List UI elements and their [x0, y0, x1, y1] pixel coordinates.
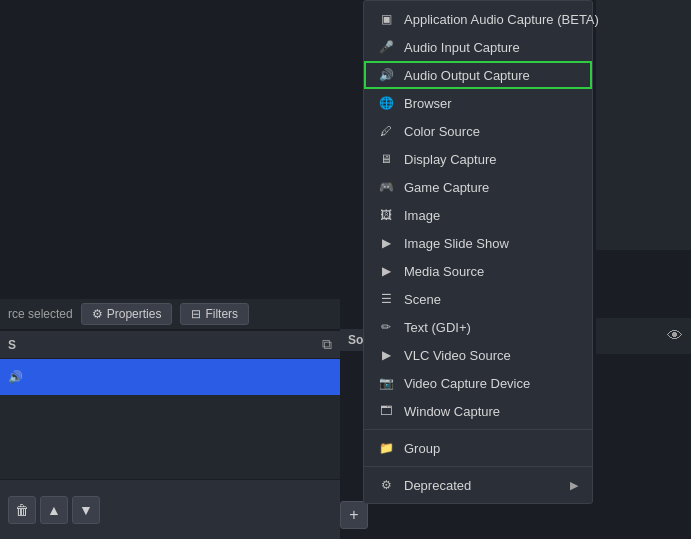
menu-item-audio-output-capture[interactable]: 🔊Audio Output Capture [364, 61, 592, 89]
image-icon: 🖼 [378, 207, 394, 223]
eye-icon-panel: 👁 [596, 318, 691, 354]
browser-icon: 🌐 [378, 95, 394, 111]
menu-item-game-capture[interactable]: 🎮Game Capture [364, 173, 592, 201]
menu-item-audio-input-capture[interactable]: 🎤Audio Input Capture [364, 33, 592, 61]
scene-icon: ☰ [378, 291, 394, 307]
filters-button[interactable]: ⊟ Filters [180, 303, 249, 325]
menu-item-text-gdi[interactable]: ✏Text (GDI+) [364, 313, 592, 341]
text-gdi-icon: ✏ [378, 319, 394, 335]
menu-item-deprecated[interactable]: ⚙ Deprecated ▶ [364, 471, 592, 499]
menu-item-window-capture[interactable]: 🗔Window Capture [364, 397, 592, 425]
game-capture-label: Game Capture [404, 180, 489, 195]
color-source-icon: 🖊 [378, 123, 394, 139]
menu-item-color-source[interactable]: 🖊Color Source [364, 117, 592, 145]
no-source-text: rce selected [8, 307, 73, 321]
menu-item-video-capture-device[interactable]: 📷Video Capture Device [364, 369, 592, 397]
video-capture-device-icon: 📷 [378, 375, 394, 391]
image-slide-show-icon: ▶ [378, 235, 394, 251]
media-source-label: Media Source [404, 264, 484, 279]
vlc-video-source-label: VLC Video Source [404, 348, 511, 363]
top-right-panel [596, 0, 691, 250]
app-audio-capture-icon: ▣ [378, 11, 394, 27]
context-menu: ▣Application Audio Capture (BETA)🎤Audio … [363, 0, 593, 504]
text-gdi-label: Text (GDI+) [404, 320, 471, 335]
menu-item-scene[interactable]: ☰Scene [364, 285, 592, 313]
eye-icon[interactable]: 👁 [667, 327, 683, 345]
audio-output-capture-label: Audio Output Capture [404, 68, 530, 83]
vlc-video-source-icon: ▶ [378, 347, 394, 363]
sources-title: S [8, 338, 16, 352]
sources-panel: S ⧉ 🔊 [0, 331, 340, 479]
display-capture-icon: 🖥 [378, 151, 394, 167]
window-capture-label: Window Capture [404, 404, 500, 419]
menu-item-app-audio-capture[interactable]: ▣Application Audio Capture (BETA) [364, 5, 592, 33]
sources-header: S ⧉ [0, 331, 340, 359]
no-source-bar: rce selected ⚙ Properties ⊟ Filters [0, 299, 340, 329]
gear-icon: ⚙ [92, 307, 103, 321]
filter-icon: ⊟ [191, 307, 201, 321]
bottom-toolbar: 🗑 ▲ ▼ + [0, 479, 340, 539]
sources-content: 🔊 [0, 359, 340, 479]
add-button[interactable]: + [340, 501, 368, 529]
menu-item-media-source[interactable]: ▶Media Source [364, 257, 592, 285]
window-capture-icon: 🗔 [378, 403, 394, 419]
sources-icon: ⧉ [322, 336, 332, 353]
selected-source-row[interactable]: 🔊 [0, 359, 340, 395]
move-down-button[interactable]: ▼ [72, 496, 100, 524]
properties-button[interactable]: ⚙ Properties [81, 303, 173, 325]
audio-input-capture-icon: 🎤 [378, 39, 394, 55]
menu-item-image[interactable]: 🖼Image [364, 201, 592, 229]
audio-output-capture-icon: 🔊 [378, 67, 394, 83]
delete-button[interactable]: 🗑 [8, 496, 36, 524]
image-slide-show-label: Image Slide Show [404, 236, 509, 251]
scene-label: Scene [404, 292, 441, 307]
deprecated-label: Deprecated [404, 478, 471, 493]
deprecated-icon: ⚙ [378, 477, 394, 493]
menu-item-image-slide-show[interactable]: ▶Image Slide Show [364, 229, 592, 257]
browser-label: Browser [404, 96, 452, 111]
display-capture-label: Display Capture [404, 152, 497, 167]
menu-item-vlc-video-source[interactable]: ▶VLC Video Source [364, 341, 592, 369]
group-label: Group [404, 441, 440, 456]
arrow-icon: ▶ [570, 479, 578, 492]
move-up-button[interactable]: ▲ [40, 496, 68, 524]
menu-item-group[interactable]: 📁 Group [364, 434, 592, 462]
menu-divider [364, 429, 592, 430]
audio-icon: 🔊 [8, 370, 23, 384]
image-label: Image [404, 208, 440, 223]
menu-divider-2 [364, 466, 592, 467]
group-icon: 📁 [378, 440, 394, 456]
video-capture-device-label: Video Capture Device [404, 376, 530, 391]
game-capture-icon: 🎮 [378, 179, 394, 195]
app-audio-capture-label: Application Audio Capture (BETA) [404, 12, 599, 27]
media-source-icon: ▶ [378, 263, 394, 279]
menu-item-display-capture[interactable]: 🖥Display Capture [364, 145, 592, 173]
audio-input-capture-label: Audio Input Capture [404, 40, 520, 55]
color-source-label: Color Source [404, 124, 480, 139]
menu-item-browser[interactable]: 🌐Browser [364, 89, 592, 117]
